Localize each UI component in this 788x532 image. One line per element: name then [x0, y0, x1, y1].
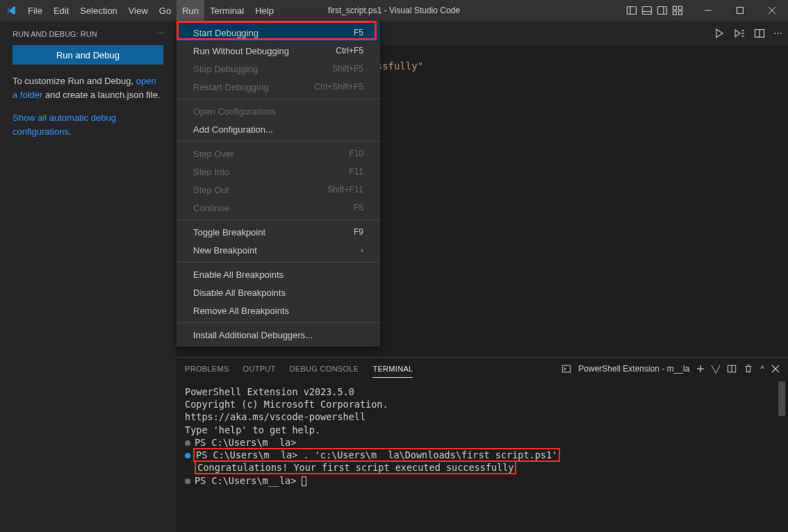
run-debug-icon[interactable] — [733, 28, 746, 39]
vscode-icon — [6, 5, 17, 16]
menu-item-start-debugging[interactable]: Start DebuggingF5 — [177, 24, 380, 42]
terminal[interactable]: PowerShell Extension v2023.5.0 Copyright… — [177, 380, 788, 532]
sidebar-title: Run and Debug: Run — [13, 30, 97, 38]
menu-item-install-additional-debuggers[interactable]: Install Additional Debuggers... — [177, 326, 380, 344]
menu-item-run-without-debugging[interactable]: Run Without DebuggingCtrl+F5 — [177, 42, 380, 60]
term-output: Congratulations! Your first script execu… — [185, 461, 788, 474]
menu-view[interactable]: View — [123, 0, 154, 21]
term-line: https://aka.ms/vscode-powershell — [185, 410, 788, 423]
title-bar: FileEditSelectionViewGoRunTerminalHelp f… — [0, 0, 788, 21]
svg-rect-11 — [737, 8, 744, 14]
shortcut: F11 — [349, 167, 363, 176]
menu-go[interactable]: Go — [154, 0, 177, 21]
panel-tab-terminal[interactable]: TERMINAL — [372, 360, 413, 378]
maximize-button[interactable] — [724, 0, 756, 21]
menu-item-new-breakpoint[interactable]: New Breakpoint› — [177, 241, 380, 259]
shortcut: Ctrl+F5 — [336, 46, 363, 56]
menu-item-open-configurations: Open Configurations — [177, 102, 380, 120]
term-prompt: PS C:\Users\m__la> — [185, 474, 788, 487]
shortcut: F9 — [354, 227, 363, 237]
term-line: PowerShell Extension v2023.5.0 — [185, 385, 788, 398]
terminal-shell-label[interactable]: PowerShell Extension - m__la — [578, 364, 689, 374]
menu-bar: FileEditSelectionViewGoRunTerminalHelp — [22, 0, 279, 21]
menu-separator — [177, 322, 380, 323]
term-line: Type 'help' to get help. — [185, 424, 788, 436]
shortcut: F10 — [349, 149, 363, 158]
panel-right-icon[interactable] — [655, 0, 670, 21]
text: and create a launch.json file. — [42, 90, 160, 100]
run-menu-dropdown: Start DebuggingF5Run Without DebuggingCt… — [177, 21, 380, 347]
svg-rect-7 — [679, 6, 682, 10]
show-auto-configs-link[interactable]: Show all automatic debug configurations — [13, 113, 116, 137]
panel-left-icon[interactable] — [624, 0, 639, 21]
svg-rect-8 — [673, 11, 677, 15]
shell-icon[interactable] — [561, 364, 571, 374]
menu-item-toggle-breakpoint[interactable]: Toggle BreakpointF9 — [177, 223, 380, 241]
menu-run[interactable]: Run — [177, 0, 204, 21]
menu-separator — [177, 99, 380, 99]
menu-item-continue: ContinueF5 — [177, 199, 380, 217]
panel-tab-debug-console[interactable]: DEBUG CONSOLE — [290, 360, 359, 377]
cursor — [302, 476, 306, 486]
svg-rect-9 — [679, 11, 682, 15]
kill-terminal-icon[interactable] — [744, 364, 753, 374]
submenu-arrow-icon: › — [361, 246, 363, 254]
split-terminal-icon[interactable] — [727, 364, 737, 374]
panel-tabs: PROBLEMSOUTPUTDEBUG CONSOLETERMINAL Powe… — [177, 358, 788, 380]
run-and-debug-button[interactable]: Run and Debug — [13, 45, 163, 65]
menu-item-add-configuration[interactable]: Add Configuration... — [177, 120, 380, 138]
menu-item-remove-all-breakpoints[interactable]: Remove All Breakpoints — [177, 301, 380, 319]
panel-tab-output[interactable]: OUTPUT — [243, 360, 276, 377]
shortcut: Shift+F5 — [332, 64, 363, 74]
shortcut: F5 — [354, 203, 363, 213]
shortcut: Shift+F11 — [327, 185, 363, 194]
menu-separator — [177, 219, 380, 220]
panel-tab-problems[interactable]: PROBLEMS — [185, 360, 229, 377]
svg-rect-6 — [673, 6, 677, 10]
terminal-scrollbar[interactable] — [778, 381, 785, 416]
close-panel-icon[interactable] — [771, 365, 780, 373]
menu-help[interactable]: Help — [249, 0, 279, 21]
menu-selection[interactable]: Selection — [74, 0, 122, 21]
menu-separator — [177, 141, 380, 142]
title-controls — [624, 0, 788, 21]
menu-item-restart-debugging: Restart DebuggingCtrl+Shift+F5 — [177, 78, 380, 96]
menu-item-stop-debugging: Stop DebuggingShift+F5 — [177, 60, 380, 78]
run-and-debug-sidebar: Run and Debug: Run ⋯ Run and Debug To cu… — [0, 21, 177, 532]
sidebar-auto-config-text: Show all automatic debug configurations. — [13, 111, 163, 138]
editor-actions: ⋯ — [714, 28, 782, 39]
menu-item-step-out: Step OutShift+F11 — [177, 181, 380, 199]
bottom-panel: PROBLEMSOUTPUTDEBUG CONSOLETERMINAL Powe… — [177, 357, 788, 532]
sidebar-customize-text: To customize Run and Debug, open a folde… — [13, 74, 163, 101]
sidebar-header: Run and Debug: Run ⋯ — [0, 28, 176, 45]
shortcut: F5 — [354, 28, 363, 38]
panel-bottom-icon[interactable] — [639, 0, 655, 21]
menu-terminal[interactable]: Terminal — [204, 0, 249, 21]
menu-item-step-into: Step IntoF11 — [177, 163, 380, 181]
menu-item-disable-all-breakpoints[interactable]: Disable All Breakpoints — [177, 283, 380, 301]
svg-rect-4 — [658, 7, 667, 15]
text: To customize Run and Debug, — [13, 76, 136, 86]
new-terminal-icon[interactable] — [696, 365, 705, 373]
more-icon[interactable]: ⋯ — [773, 28, 782, 38]
run-icon[interactable] — [714, 28, 725, 39]
more-actions-icon[interactable]: ⋯ — [157, 29, 165, 38]
svg-rect-0 — [627, 7, 637, 15]
menu-separator — [177, 262, 380, 263]
layout-grid-icon[interactable] — [670, 0, 685, 21]
text: . — [69, 126, 72, 137]
menu-item-enable-all-breakpoints[interactable]: Enable All Breakpoints — [177, 265, 380, 283]
window-title: first_script.ps1 - Visual Studio Code — [328, 6, 460, 15]
svg-rect-2 — [643, 7, 652, 15]
close-button[interactable] — [756, 0, 788, 21]
terminal-dropdown-icon[interactable]: ╲╱ — [712, 365, 720, 373]
menu-edit[interactable]: Edit — [48, 0, 74, 21]
term-prompt: PS C:\Users\m__la> — [185, 436, 788, 449]
term-prompt: PS C:\Users\m__la> . 'c:\Users\m__la\Dow… — [185, 449, 788, 461]
split-editor-icon[interactable] — [754, 28, 765, 39]
term-line: Copyright (c) Microsoft Corporation. — [185, 398, 788, 410]
minimize-button[interactable] — [692, 0, 724, 21]
menu-item-step-over: Step OverF10 — [177, 144, 380, 163]
maximize-panel-icon[interactable]: ^ — [760, 364, 764, 374]
menu-file[interactable]: File — [22, 0, 48, 21]
